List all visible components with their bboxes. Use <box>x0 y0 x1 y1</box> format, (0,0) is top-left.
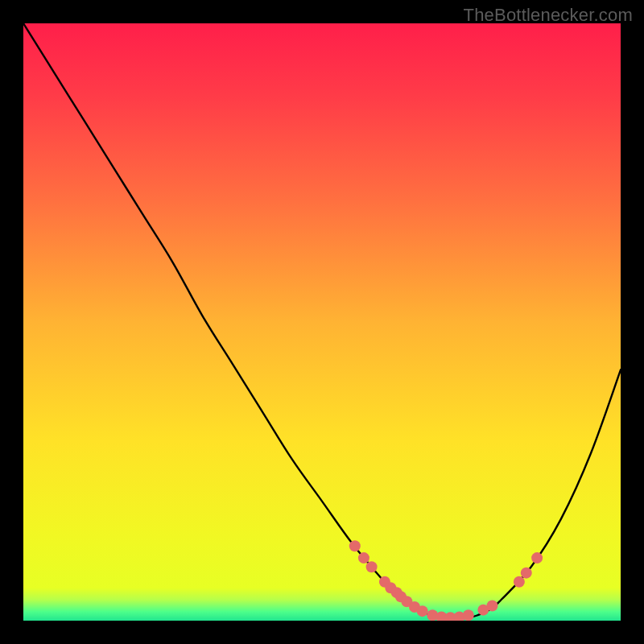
chart-background <box>23 23 621 621</box>
curve-marker <box>417 605 428 617</box>
curve-marker <box>531 552 543 564</box>
chart-frame <box>23 23 621 621</box>
curve-marker <box>486 600 497 611</box>
curve-marker <box>349 540 361 551</box>
bottleneck-chart <box>23 23 621 621</box>
curve-marker <box>521 568 532 579</box>
curve-marker <box>358 552 369 564</box>
curve-marker <box>463 609 474 621</box>
curve-marker <box>514 576 525 588</box>
curve-marker <box>366 561 378 572</box>
